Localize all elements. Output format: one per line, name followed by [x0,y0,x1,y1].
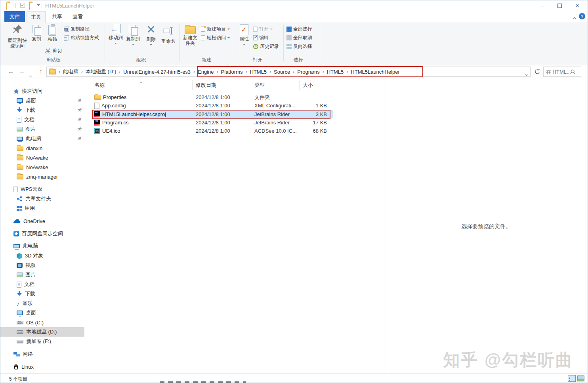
sidebar-item-music[interactable]: ♪ 音乐 [0,299,84,308]
customize-toolbar-chevron-icon[interactable] [37,4,40,6]
folder-icon [49,69,56,74]
select-none-button[interactable]: 全部取消 [286,34,312,41]
collapse-ribbon-button[interactable] [573,15,577,18]
move-to-button[interactable]: ← 移动到 [107,24,124,46]
sidebar-item-desktop-pc[interactable]: 桌面 [0,308,84,318]
button-label: 历史记录 [260,43,279,50]
crumb-programs[interactable]: Programs [296,69,321,75]
sidebar-item-noawake-2[interactable]: NoAwake [0,162,84,172]
thumbnail-view-button[interactable] [577,375,584,381]
button-label: 复制 [30,36,43,42]
sidebar-item-wps-cloud[interactable]: WPS云盘 [0,185,84,194]
history-button[interactable]: 历史记录 [253,43,279,50]
close-button[interactable]: × [569,0,586,11]
table-row-properties[interactable]: Properties 2024/12/8 1:00 文件夹 [93,93,333,101]
sidebar-item-documents[interactable]: 文档 [0,115,84,124]
column-headers: 名称 修改日期 类型 大小 [93,80,333,90]
crumb-engine[interactable]: Engine [196,69,215,75]
crumb-html5launchhelper[interactable]: HTML5LaunchHelper [349,69,401,75]
cut-button[interactable]: 剪切 [45,47,62,54]
column-header-name[interactable]: 名称 [93,80,193,90]
sidebar-item-videos[interactable]: 视频 [0,261,84,270]
sidebar-item-pictures-pc[interactable]: 图片 [0,270,84,280]
crumb-html5[interactable]: HTML5 [248,69,268,75]
easy-access-button[interactable]: 轻松访问 [201,34,230,41]
column-header-date[interactable]: 修改日期 [193,80,251,90]
button-label: 轻松访问 [207,34,226,41]
tab-view[interactable]: 查看 [69,11,87,22]
tab-home[interactable]: 主页 [27,11,46,23]
crumb-drive-d[interactable]: 本地磁盘 (D:) [84,68,118,75]
minimize-button[interactable] [533,0,551,11]
new-item-button[interactable]: 新建项目 [201,25,230,32]
sidebar-item-documents-pc[interactable]: 文档 [0,280,84,289]
sidebar-item-this-pc-pinned[interactable]: 此电脑 [0,134,84,143]
sidebar-item-shared-folders[interactable]: 共享文件夹 [0,194,84,204]
new-folder-button[interactable]: 新建文件夹 [182,24,199,46]
forward-button[interactable]: → [17,67,27,77]
open-button[interactable]: 打开 [253,25,273,32]
copy-button[interactable]: 复制 [30,24,43,42]
back-button[interactable]: ← [6,67,16,77]
crumb-platforms[interactable]: Platforms [220,69,244,75]
search-box[interactable] [543,67,581,77]
details-view-button[interactable] [568,375,576,382]
column-header-type[interactable]: 类型 [251,80,300,90]
crumb-source[interactable]: Source [272,69,292,75]
button-label: 移动到 [107,35,124,40]
paste-shortcut-button[interactable]: 粘贴快捷方式 [65,34,99,41]
sidebar-item-apps[interactable]: 应用 [0,204,84,213]
properties-quick-icon[interactable]: ✓ [20,3,25,8]
properties-button[interactable]: 属性 [237,24,251,47]
tab-share[interactable]: 共享 [48,11,66,22]
breadcrumb[interactable]: › 此电脑› 本地磁盘 (D:)› UnrealEngine-4.27-html… [46,67,531,77]
crumb-separator: › [292,69,296,74]
sidebar-item-this-pc[interactable]: 此电脑 [0,241,84,251]
scissors-icon [45,48,51,53]
table-row-csproj-selected[interactable]: RDHTML5LaunchHelper.csproj 2024/12/8 1:0… [93,110,333,118]
crumb-unrealengine[interactable]: UnrealEngine-4.27-html5-es3 [122,69,192,75]
pin-quick-access-button[interactable]: 固定到快速访问 [6,24,29,49]
sidebar-item-downloads-pc[interactable]: 下载 [0,289,84,299]
sidebar-item-dianxin[interactable]: dianxin [0,143,84,153]
crumb-this-pc[interactable]: 此电脑 [61,68,80,75]
rename-button[interactable]: 重命名 [160,24,177,44]
sidebar-item-3d-objects[interactable]: 3D 对象 [0,251,84,261]
sidebar-item-drive-d[interactable]: 本地磁盘 (D:) [0,327,84,337]
sidebar-item-noawake-1[interactable]: NoAwake [0,153,84,162]
sidebar-item-onedrive[interactable]: OneDrive [0,216,84,226]
refresh-button[interactable] [533,67,542,77]
sidebar-item-desktop[interactable]: 桌面 [0,96,84,105]
sidebar-item-quick-access[interactable]: 快速访问 [0,86,84,96]
sidebar-item-network[interactable]: 网络 [0,349,84,359]
maximize-button[interactable] [551,0,568,11]
crumb-html5-2[interactable]: HTML5 [325,69,346,75]
sidebar-item-drive-f[interactable]: 新加卷 (F:) [0,337,84,346]
edit-button[interactable]: 编辑 [253,34,269,41]
delete-button[interactable]: ✕ 删除 [143,24,159,48]
address-dropdown-chevron-icon[interactable] [525,70,528,77]
copy-path-button[interactable]: 复制路径 [65,25,90,32]
sidebar-item-baidu-netdisk[interactable]: 百度网盘同步空间 [0,229,84,238]
tab-file[interactable]: 文件 [4,11,25,22]
column-header-size[interactable]: 大小 [300,80,333,90]
table-row-ue4ico[interactable]: ICOUE4.ico 2024/12/8 1:00 ACDSee 10.0 IC… [93,127,333,135]
sidebar-item-pictures[interactable]: 图片 [0,124,84,134]
paste-icon [48,25,56,36]
sidebar-item-downloads[interactable]: 下载 [0,105,84,115]
search-input[interactable] [544,69,571,75]
sidebar-item-zmq-manager[interactable]: zmq-manager [0,172,84,181]
paste-button[interactable]: 粘贴 [45,24,60,42]
new-folder-quick-icon[interactable] [29,2,30,10]
invert-selection-button[interactable]: 反向选择 [286,43,312,50]
up-button[interactable]: ↑ [36,67,46,77]
table-row-appconfig[interactable]: App.config 2024/12/8 1:00 XML Configurat… [93,101,333,110]
sidebar-item-drive-c[interactable]: OS (C:) [0,318,84,327]
file-date: 2024/12/8 1:00 [193,128,251,134]
select-all-button[interactable]: 全部选择 [286,25,312,32]
divider [320,25,320,61]
sidebar-item-linux[interactable]: Linux [0,362,84,372]
help-button[interactable]: ? [579,13,585,19]
copy-to-button[interactable]: 复制到 [125,24,141,47]
table-row-programcs[interactable]: RDProgram.cs 2024/12/8 1:00 JetBrains Ri… [93,118,333,127]
